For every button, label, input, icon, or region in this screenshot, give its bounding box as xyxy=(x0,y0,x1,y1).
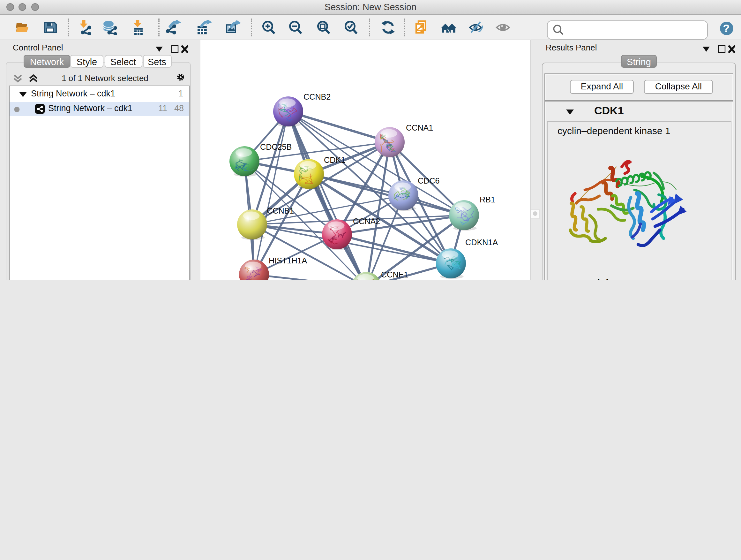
svg-text:CCNE1: CCNE1 xyxy=(381,270,408,279)
svg-text:CDC6: CDC6 xyxy=(418,176,440,185)
svg-text:CCNA1: CCNA1 xyxy=(406,123,433,132)
svg-text:CDC25B: CDC25B xyxy=(260,142,292,151)
svg-text:CCNA2: CCNA2 xyxy=(353,217,380,226)
svg-text:RB1: RB1 xyxy=(480,195,495,204)
svg-text:CDKN1A: CDKN1A xyxy=(465,238,498,247)
svg-text:CCNB1: CCNB1 xyxy=(267,206,294,215)
svg-text:CDK1: CDK1 xyxy=(324,155,345,165)
svg-text:CCNB2: CCNB2 xyxy=(304,92,331,101)
svg-text:HIST1H1A: HIST1H1A xyxy=(269,256,307,265)
